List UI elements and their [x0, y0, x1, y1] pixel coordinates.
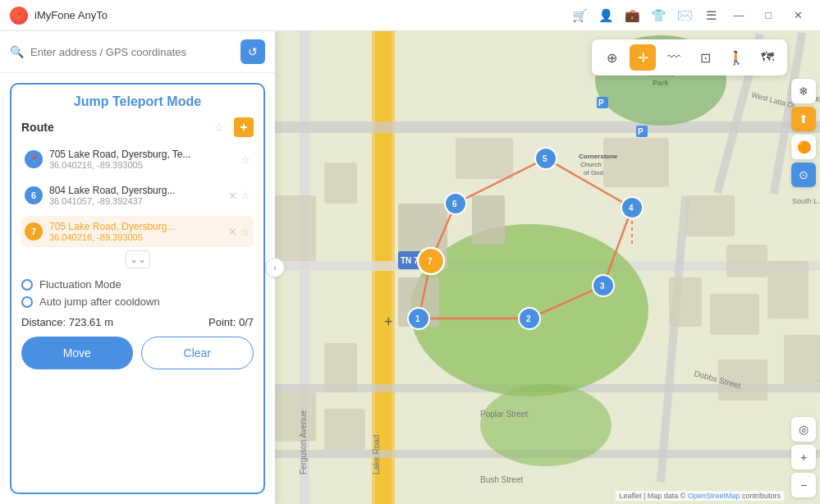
- mail-icon[interactable]: ✉️: [674, 5, 695, 26]
- route-item-actions: ✕ ☆: [228, 190, 250, 202]
- svg-text:Ferguson Avenue: Ferguson Avenue: [299, 410, 308, 474]
- route-item-star-icon[interactable]: ☆: [241, 153, 250, 166]
- route-header: Route ☆ +: [21, 117, 254, 137]
- osm-link[interactable]: OpenStreetMap: [688, 492, 740, 500]
- svg-text:1: 1: [415, 314, 420, 323]
- svg-text:7: 7: [428, 257, 433, 266]
- route-item-coords: 36.041057, -89.392437: [49, 196, 222, 206]
- expand-button[interactable]: ⌄⌄: [126, 250, 150, 268]
- svg-text:Poplar Street: Poplar Street: [480, 410, 529, 419]
- route-item-actions: ✕ ☆: [228, 226, 250, 238]
- route-item-actions: ☆: [241, 153, 250, 166]
- area-tool-button[interactable]: ⊡: [692, 44, 718, 71]
- app-name: iMyFone AnyTo: [34, 9, 569, 21]
- fluctuation-mode-toggle[interactable]: Fluctuation Mode: [21, 278, 254, 291]
- svg-text:P: P: [598, 99, 604, 108]
- route-item-close-icon[interactable]: ✕: [228, 190, 237, 202]
- right-sidebar: ❄ ⬆ 🟠 ⊙ ◎ + −: [787, 31, 820, 504]
- svg-rect-28: [275, 392, 316, 442]
- fluctuation-mode-label: Fluctuation Mode: [39, 278, 121, 291]
- point-label: Point: 0/7: [208, 316, 254, 328]
- move-tool-button[interactable]: ✛: [630, 44, 656, 71]
- person-tool-button[interactable]: 🚶: [723, 44, 749, 71]
- map-tool-button[interactable]: 🗺: [754, 44, 781, 71]
- modes-section: Fluctuation Mode Auto jump after cooldow…: [21, 278, 254, 308]
- auto-jump-mode-toggle[interactable]: Auto jump after cooldown: [21, 296, 254, 308]
- teleport-card: Jump Teleport Mode Route ☆ + 📍 705 Lake: [10, 83, 265, 494]
- route-item-active: 7 705 Lake Road, Dyersburg... 36.040216,…: [21, 216, 254, 247]
- cart-icon[interactable]: 🛒: [569, 5, 590, 26]
- search-input[interactable]: [30, 46, 234, 58]
- route-item-star-icon[interactable]: ☆: [241, 226, 250, 238]
- shirt-icon[interactable]: 👕: [648, 5, 669, 26]
- main-layout: 🔍 ↺ Jump Teleport Mode Route ☆ + 📍: [0, 31, 820, 504]
- user-icon[interactable]: 👤: [595, 5, 616, 26]
- svg-rect-21: [726, 245, 767, 277]
- route-actions: ☆ +: [209, 117, 254, 137]
- distance-value: 723.61 m: [69, 316, 113, 328]
- gps-tool-button[interactable]: ⊕: [598, 44, 625, 71]
- svg-text:+: +: [384, 314, 393, 330]
- search-refresh-button[interactable]: ↺: [241, 39, 265, 64]
- route-label: Route: [21, 121, 54, 134]
- route-item-text: 705 Lake Road, Dyersburg... 36.040216, -…: [49, 221, 222, 242]
- svg-text:Bush Street: Bush Street: [480, 475, 523, 484]
- route-list: 📍 705 Lake Road, Dyersburg, Te... 36.040…: [21, 144, 254, 247]
- route-item-text: 705 Lake Road, Dyersburg, Te... 36.04021…: [49, 149, 234, 170]
- route-item-number: 7: [25, 222, 43, 241]
- route-tool-button[interactable]: 〰: [661, 44, 687, 71]
- svg-rect-25: [275, 195, 316, 261]
- clear-button[interactable]: Clear: [141, 337, 254, 369]
- route-item-text: 804 Lake Road, Dyersburg... 36.041057, -…: [49, 185, 222, 206]
- svg-text:Park: Park: [653, 79, 670, 87]
- panel-collapse-button[interactable]: ‹: [265, 258, 285, 277]
- location-icon-button[interactable]: ◎: [791, 417, 816, 442]
- route-item: 📍 705 Lake Road, Dyersburg, Te... 36.040…: [21, 144, 254, 175]
- restore-button[interactable]: □: [756, 5, 781, 26]
- titlebar: 📍 iMyFone AnyTo 🛒 👤 💼 👕 ✉️ ☰ — □ ✕: [0, 0, 820, 31]
- svg-rect-20: [685, 195, 735, 236]
- svg-text:5: 5: [543, 154, 547, 163]
- stats-row: Distance: 723.61 m Point: 0/7: [21, 316, 254, 328]
- expand-section: ⌄⌄: [21, 250, 254, 268]
- route-item-number: 📍: [25, 150, 43, 168]
- distance-label: Distance: 723.61 m: [21, 316, 113, 328]
- map-background: Nichols Park TN 78: [275, 31, 820, 504]
- zoom-out-button[interactable]: −: [791, 473, 816, 497]
- toggle-button[interactable]: ⊙: [791, 163, 816, 187]
- auto-jump-mode-radio[interactable]: [21, 296, 33, 308]
- bag-icon[interactable]: 💼: [621, 5, 643, 26]
- route-item-coords: 36.040216, -89.393005: [49, 232, 222, 242]
- upload-icon-button[interactable]: ⬆: [791, 107, 816, 131]
- route-star-button[interactable]: ☆: [209, 117, 229, 137]
- svg-rect-26: [324, 163, 357, 204]
- svg-rect-19: [603, 138, 669, 187]
- orange-dot-button[interactable]: 🟠: [791, 135, 816, 159]
- menu-icon[interactable]: ☰: [700, 5, 722, 26]
- search-bar: 🔍 ↺: [0, 31, 275, 73]
- route-item-name: 705 Lake Road, Dyersburg, Te...: [49, 149, 234, 160]
- svg-rect-22: [669, 277, 702, 327]
- move-button[interactable]: Move: [21, 337, 133, 369]
- close-button[interactable]: ✕: [786, 5, 810, 26]
- route-item: 6 804 Lake Road, Dyersburg... 36.041057,…: [21, 180, 254, 211]
- svg-rect-27: [324, 343, 357, 392]
- route-item-close-icon[interactable]: ✕: [228, 226, 237, 238]
- svg-point-15: [480, 384, 612, 466]
- route-item-coords: 36.040216, -89.393005: [49, 160, 234, 170]
- svg-text:Lake Road: Lake Road: [372, 435, 381, 474]
- svg-rect-23: [710, 294, 759, 335]
- action-buttons: Move Clear: [21, 337, 254, 369]
- auto-jump-mode-label: Auto jump after cooldown: [39, 296, 160, 308]
- map-toolbar: ⊕ ✛ 〰 ⊡ 🚶 🗺: [592, 39, 787, 76]
- zoom-in-button[interactable]: +: [791, 445, 816, 470]
- freeze-icon-button[interactable]: ❄: [791, 79, 816, 103]
- map-area[interactable]: Nichols Park TN 78: [275, 31, 820, 504]
- route-item-star-icon[interactable]: ☆: [241, 190, 250, 202]
- route-add-button[interactable]: +: [234, 117, 254, 137]
- map-attribution: Leaflet | Map data © OpenStreetMap contr…: [616, 491, 784, 501]
- svg-text:4: 4: [629, 204, 634, 213]
- fluctuation-mode-radio[interactable]: [21, 279, 33, 291]
- svg-rect-32: [472, 195, 505, 245]
- minimize-button[interactable]: —: [726, 5, 751, 26]
